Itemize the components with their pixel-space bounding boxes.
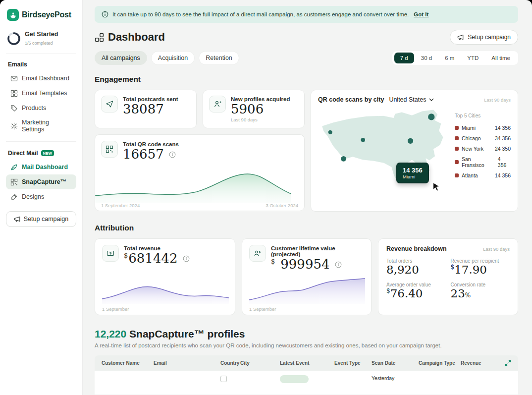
sidebar-item-products[interactable]: Products	[6, 101, 76, 115]
user-plus-icon	[209, 96, 226, 113]
range-7d[interactable]: 7 d	[394, 53, 414, 63]
range-ytd[interactable]: YTD	[461, 53, 484, 63]
sidebar-item-snapcapture[interactable]: SnapCapture™	[6, 174, 76, 189]
expand-icon[interactable]	[505, 360, 511, 366]
banner-got-it-link[interactable]: Got It	[414, 11, 428, 17]
col-customer-name[interactable]: Customer Name	[102, 360, 154, 366]
info-icon[interactable]	[169, 151, 176, 158]
col-revenue[interactable]: Revenue	[461, 360, 490, 366]
row-checkbox[interactable]	[220, 376, 227, 382]
map-period: Last 90 days	[484, 97, 511, 103]
total-revenue-value: $681442	[124, 251, 178, 266]
sidebar: BirdseyePost Get Started 1/5 completed E…	[0, 0, 83, 395]
range-30d[interactable]: 30 d	[415, 53, 438, 63]
breakdown-title: Revenue breakdown	[386, 245, 447, 252]
sidebar-item-mail-dashboard[interactable]: Mail Dashboard	[6, 160, 76, 174]
postcard-send-icon	[101, 96, 118, 113]
postcards-sent-value: 38087	[123, 102, 178, 117]
new-profiles-value: 5906	[231, 102, 290, 117]
col-campaign-type[interactable]: Campaign Type	[419, 360, 461, 366]
city-row: Miami14 356	[455, 122, 511, 133]
clv-chart	[249, 275, 365, 304]
city-swatch	[455, 173, 459, 177]
country-dropdown[interactable]: United States	[389, 96, 434, 103]
city-name: Atlanta	[462, 172, 478, 178]
table-row[interactable]: Yesterday	[95, 371, 518, 395]
filter-acquisition[interactable]: Acquisition	[151, 51, 195, 65]
total-revenue-card: Total revenue $681442 1 September	[95, 238, 235, 315]
setup-campaign-button[interactable]: Setup campaign	[450, 30, 518, 45]
clv-label: Customer lifetime value (projected)	[271, 245, 364, 257]
campaign-filter: All campaigns Acquisition Retention	[95, 51, 239, 65]
sidebar-setup-campaign-label: Setup campaign	[24, 216, 68, 223]
revenue-breakdown-card: Revenue breakdown Last 90 days Total ord…	[378, 238, 518, 315]
page-title: Dashboard	[95, 31, 165, 44]
row-scan-date: Yesterday	[372, 375, 419, 381]
col-country[interactable]: Country	[220, 360, 240, 366]
clv-value: $999954	[271, 257, 330, 272]
city-swatch	[455, 136, 459, 140]
get-started[interactable]: Get Started 1/5 completed	[6, 28, 76, 54]
col-scan-date[interactable]: Scan Date	[372, 360, 419, 366]
col-city[interactable]: City	[240, 360, 280, 366]
qr-code-icon	[10, 178, 18, 186]
us-map[interactable]: 14 356 Miami	[318, 106, 451, 198]
qr-scans-card: Total QR code scans 16657 1 S	[95, 134, 305, 211]
city-row: San Fransisco4 356	[455, 154, 511, 170]
range-6m[interactable]: 6 m	[439, 53, 460, 63]
logo[interactable]: BirdseyePost	[6, 8, 76, 28]
info-icon	[102, 11, 108, 18]
profiles-count: 12,220	[95, 328, 126, 339]
top-cities-panel: Top 5 Cities Miami14 356 Chicago34 356 N…	[451, 106, 511, 198]
filter-retention[interactable]: Retention	[199, 51, 239, 65]
sidebar-item-email-templates[interactable]: Email Templates	[6, 86, 76, 101]
filter-all-campaigns[interactable]: All campaigns	[95, 51, 147, 65]
info-icon[interactable]	[183, 255, 190, 262]
envelope-icon	[10, 74, 18, 82]
profiles-subtitle: A real-time list of postcard recipients …	[95, 342, 518, 348]
city-name: San Fransisco	[462, 156, 495, 168]
profiles-title: SnapCapture™ profiles	[129, 328, 245, 339]
engagement-heading: Engagement	[95, 75, 518, 84]
time-range-selector: 7 d 30 d 6 m YTD All time	[392, 51, 518, 65]
metric-value: 8,920	[386, 264, 446, 276]
qr-scans-value: 16657	[123, 147, 164, 162]
sidebar-item-label: Marketing Settings	[22, 119, 72, 133]
city-row: Atlanta14 356	[455, 170, 511, 180]
info-banner: It can take up to 90 days to see the ful…	[95, 6, 518, 23]
city-row: Chicago34 356	[455, 133, 511, 143]
info-icon[interactable]	[335, 261, 342, 268]
metric-value: $17.90	[451, 264, 510, 276]
chart-start-date: 1 September	[102, 306, 129, 312]
metric-average-order-value: Average order value $76.40	[386, 282, 446, 300]
sidebar-item-label: Products	[22, 105, 46, 112]
metric-value: $76.40	[386, 287, 446, 300]
sidebar-item-email-dashboard[interactable]: Email Dashboard	[6, 71, 76, 86]
main-content: It can take up to 90 days to see the ful…	[83, 0, 532, 395]
city-name: Miami	[462, 125, 476, 131]
revenue-card-icon	[102, 245, 119, 262]
attribution-heading: Attribution	[95, 224, 518, 232]
city-value: 24 350	[495, 146, 511, 152]
city-swatch	[455, 126, 459, 130]
city-value: 14 356	[495, 125, 511, 131]
megaphone-icon	[14, 216, 21, 223]
sidebar-item-marketing-settings[interactable]: Marketing Settings	[6, 115, 76, 136]
new-profiles-card: New profiles acquired 5906 Last 90 days	[203, 90, 305, 128]
postcards-sent-card: Total postcards sent 38087	[95, 90, 197, 128]
sidebar-setup-campaign-button[interactable]: Setup campaign	[6, 211, 76, 227]
col-email[interactable]: Email	[154, 360, 220, 366]
col-latest-event[interactable]: Latest Event	[280, 360, 334, 366]
clv-card-icon	[249, 245, 266, 262]
tag-icon	[10, 104, 18, 112]
cursor-icon	[431, 181, 442, 192]
city-value: 34 356	[495, 135, 511, 141]
app-window: BirdseyePost Get Started 1/5 completed E…	[0, 0, 532, 395]
section-label-direct-mail: Direct Mail NEW	[8, 150, 74, 157]
chart-start-date: 1 September	[249, 306, 276, 312]
range-all-time[interactable]: All time	[485, 53, 516, 63]
col-event-type[interactable]: Event Type	[334, 360, 372, 366]
direct-mail-label: Direct Mail	[8, 150, 38, 157]
sidebar-item-designs[interactable]: Designs	[6, 189, 76, 204]
quill-icon	[10, 163, 18, 171]
